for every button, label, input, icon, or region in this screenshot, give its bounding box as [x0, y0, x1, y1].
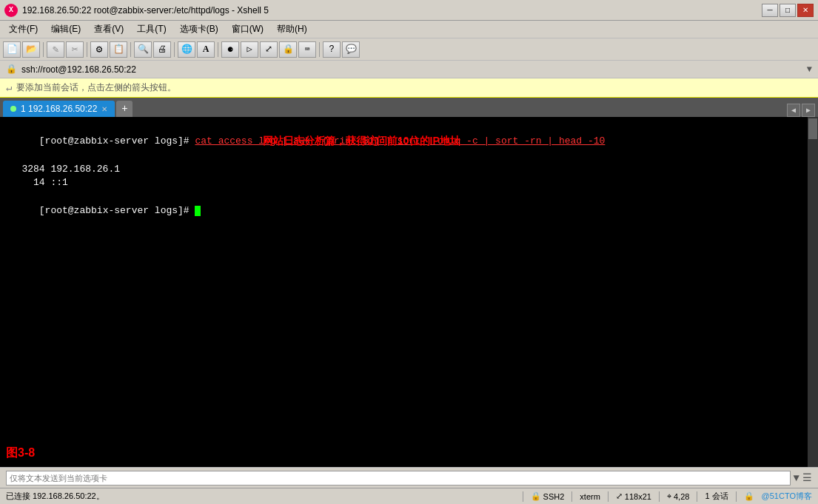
- cursor-pos: 4,28: [674, 492, 689, 501]
- toolbar-play[interactable]: ▷: [241, 41, 258, 58]
- tab-navigation: ◀ ▶: [787, 104, 815, 117]
- lock-icon: 🔒: [531, 491, 541, 501]
- title-bar: X 192.168.26.50:22 root@zabbix-server:/e…: [0, 0, 818, 21]
- cursor-icon: ⌖: [667, 491, 671, 501]
- resize-icon: ⤢: [616, 491, 623, 501]
- tab-close-icon[interactable]: ✕: [101, 105, 107, 113]
- tab-bar: 1 192.168.26.50:22 ✕ + ◀ ▶: [0, 98, 818, 117]
- tab-label: 1 192.168.26.50:22: [21, 104, 97, 114]
- terminal-type: xterm: [580, 492, 600, 501]
- menu-icon[interactable]: ☰: [802, 471, 812, 484]
- toolbar-search[interactable]: 🔍: [134, 41, 152, 58]
- toolbar-clipboard[interactable]: 📋: [110, 41, 127, 58]
- toolbar-new[interactable]: 📄: [3, 41, 21, 58]
- terminal-size: 118x21: [625, 492, 651, 501]
- info-bar: ↵ 要添加当前会话，点击左侧的箭头按钮。: [0, 78, 818, 98]
- info-arrow-icon: ↵: [6, 81, 12, 94]
- info-text: 要添加当前会话，点击左侧的箭头按钮。: [16, 81, 176, 94]
- status-divider5: [697, 491, 697, 502]
- bottom-input-bar: ▼ ☰: [0, 467, 818, 488]
- tab-prev-button[interactable]: ◀: [787, 104, 800, 117]
- toolbar-lock[interactable]: 🔒: [279, 41, 297, 58]
- toolbar-settings[interactable]: ⚙: [90, 41, 108, 58]
- toolbar-cut[interactable]: ✂: [66, 41, 84, 58]
- address-bar: 🔒 ssh://root@192.168.26.50:22 ▼: [0, 61, 818, 78]
- toolbar-sep5: [218, 42, 218, 57]
- session-count: 1 会话: [705, 491, 728, 502]
- send-arrow-icon[interactable]: ▼: [794, 472, 799, 484]
- menu-bar: 文件(F) 编辑(E) 查看(V) 工具(T) 选项卡(B) 窗口(W) 帮助(…: [0, 21, 818, 38]
- tab-next-button[interactable]: ▶: [802, 104, 815, 117]
- toolbar-record[interactable]: ⚈: [221, 41, 239, 58]
- menu-edit[interactable]: 编辑(E): [45, 21, 87, 37]
- menu-file[interactable]: 文件(F): [3, 21, 44, 37]
- menu-view[interactable]: 查看(V): [88, 21, 130, 37]
- terminal-prompt-line2: [root@zabbix-server logs]#: [4, 190, 803, 232]
- toolbar-sep4: [174, 42, 175, 57]
- toolbar-sep6: [319, 42, 320, 57]
- menu-window[interactable]: 窗口(W): [226, 21, 269, 37]
- status-divider1: [523, 491, 523, 502]
- status-cursor: ⌖ 4,28: [667, 491, 689, 501]
- toolbar-globe[interactable]: 🌐: [178, 41, 195, 58]
- menu-tools[interactable]: 工具(T): [131, 21, 172, 37]
- toolbar-sep1: [43, 42, 44, 57]
- toolbar-font[interactable]: A: [197, 41, 215, 58]
- close-button[interactable]: ✕: [797, 4, 814, 17]
- maximize-button[interactable]: □: [780, 4, 796, 17]
- tab-add-button[interactable]: +: [116, 101, 133, 117]
- toolbar-keyboard[interactable]: ⌨: [298, 41, 316, 58]
- menu-help[interactable]: 帮助(H): [271, 21, 313, 37]
- terminal-output2: 14 ::1: [4, 176, 803, 190]
- tab-status-dot: [10, 106, 16, 112]
- toolbar-open[interactable]: 📂: [22, 41, 40, 58]
- prompt1: [root@zabbix-server logs]#: [39, 135, 195, 147]
- figure-label: 图3-8: [6, 444, 35, 461]
- toolbar-print[interactable]: 🖨: [153, 41, 171, 58]
- window-title: 192.168.26.50:22 root@zabbix-server:/etc…: [22, 5, 269, 16]
- ssh-icon: 🔒: [6, 64, 17, 75]
- status-divider3: [608, 491, 609, 502]
- scrollbar-vertical[interactable]: [808, 117, 818, 467]
- menu-tabs[interactable]: 选项卡(B): [174, 21, 224, 37]
- terminal-content[interactable]: [root@zabbix-server logs]# cat access_lo…: [0, 117, 808, 467]
- status-size: ⤢ 118x21: [616, 491, 651, 501]
- status-bar: 已连接 192.168.26.50:22。 🔒 SSH2 xterm ⤢ 118…: [0, 488, 818, 504]
- toolbar-help[interactable]: ?: [323, 41, 341, 58]
- prompt2: [root@zabbix-server logs]#: [39, 205, 195, 216]
- toolbar-edit[interactable]: ✎: [47, 41, 64, 58]
- tab-session1[interactable]: 1 192.168.26.50:22 ✕: [3, 101, 115, 117]
- window-controls: ─ □ ✕: [762, 4, 814, 17]
- toolbar-chat[interactable]: 💬: [342, 41, 360, 58]
- toolbar-fullscreen[interactable]: ⤢: [260, 41, 278, 58]
- terminal-area[interactable]: [root@zabbix-server logs]# cat access_lo…: [0, 117, 818, 467]
- toolbar: 📄 📂 ✎ ✂ ⚙ 📋 🔍 🖨 🌐 A ⚈ ▷ ⤢ 🔒 ⌨ ? 💬: [0, 38, 818, 61]
- address-dropdown[interactable]: ▼: [807, 64, 812, 75]
- status-lock: 🔒 SSH2: [531, 491, 565, 501]
- site-label: @51CTO博客: [762, 491, 812, 502]
- toolbar-sep3: [130, 42, 131, 57]
- connection-status: 已连接 192.168.26.50:22。: [6, 491, 515, 502]
- title-bar-left: X 192.168.26.50:22 root@zabbix-server:/e…: [4, 4, 269, 17]
- scroll-thumb[interactable]: [808, 118, 817, 139]
- status-divider4: [659, 491, 660, 502]
- minimize-button[interactable]: ─: [762, 4, 778, 17]
- protocol-label: SSH2: [543, 492, 565, 501]
- app-icon: X: [4, 4, 18, 17]
- terminal-output1: 3284 192.168.26.1: [4, 163, 803, 177]
- cursor-block: [195, 206, 201, 216]
- annotation-text: 网站日志分析篇，获得访问前10位的IP地址: [263, 133, 460, 148]
- right-logo: 🔒: [744, 491, 754, 501]
- toolbar-sep2: [87, 42, 87, 57]
- status-divider6: [736, 491, 737, 502]
- command-input[interactable]: [6, 471, 791, 485]
- address-text: ssh://root@192.168.26.50:22: [21, 64, 136, 75]
- status-divider2: [571, 491, 572, 502]
